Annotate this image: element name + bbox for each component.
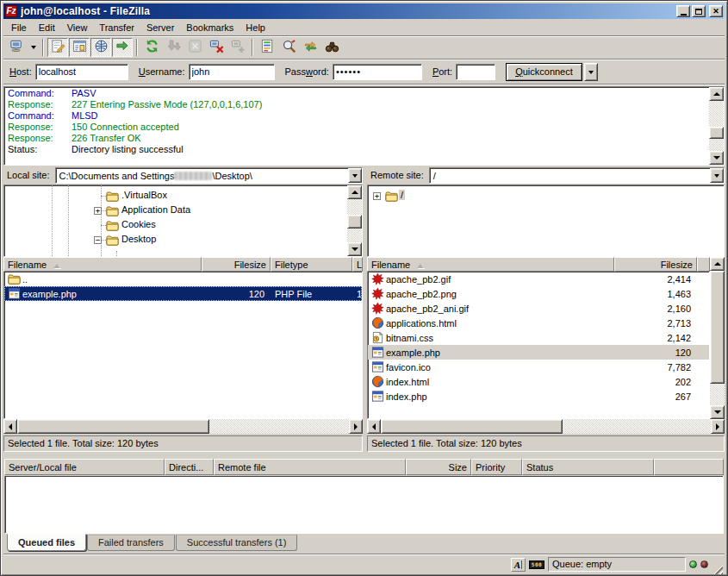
refresh-button[interactable] (141, 38, 162, 57)
quickconnect-button[interactable]: Quickconnect (506, 63, 582, 81)
column-header-priority[interactable]: Priority (471, 459, 522, 475)
host-input[interactable] (35, 64, 128, 80)
toggle-local-tree-button[interactable] (69, 38, 90, 57)
scroll-left-button[interactable] (3, 419, 17, 434)
column-header-filetype[interactable]: Filetype (271, 257, 352, 272)
quickconnect-dropdown[interactable] (584, 63, 598, 81)
column-header-[interactable] (654, 459, 724, 475)
file-row-apache-pb2-png[interactable]: apache_pb2.png1,463 (368, 286, 709, 301)
local-site-combo[interactable]: C:\Documents and Settings\Desktop\ (55, 167, 363, 184)
tree-item-root[interactable]: +/ (368, 189, 724, 203)
scroll-up-button[interactable] (710, 257, 725, 271)
tab-failed-transfers[interactable]: Failed transfers (87, 535, 175, 551)
maximize-button[interactable] (692, 5, 706, 17)
column-header-directi-[interactable]: Directi... (165, 459, 214, 475)
tree-item--virtualbox[interactable]: .VirtualBox (4, 189, 347, 203)
scroll-up-button[interactable] (347, 185, 362, 199)
scroll-thumb[interactable] (381, 419, 563, 434)
site-manager-button[interactable] (6, 38, 27, 57)
menu-help[interactable]: Help (240, 21, 271, 34)
scroll-up-button[interactable] (709, 87, 724, 101)
local-tree-scrollbar[interactable] (347, 185, 362, 256)
tab-queued-files[interactable]: Queued files (7, 534, 86, 551)
find-files-button[interactable] (321, 38, 342, 57)
port-input[interactable] (456, 64, 495, 80)
scroll-thumb[interactable] (710, 271, 725, 384)
column-header-l[interactable]: L (352, 257, 363, 272)
minimize-button[interactable] (676, 5, 690, 17)
synchronized-browsing-button[interactable] (300, 38, 320, 57)
scroll-down-button[interactable] (710, 405, 725, 419)
tree-line (116, 251, 117, 256)
local-list-hscrollbar[interactable] (3, 419, 363, 434)
column-header-[interactable] (697, 257, 710, 272)
local-site-dropdown[interactable] (348, 168, 362, 183)
menu-file[interactable]: File (5, 21, 33, 34)
filter-button[interactable] (257, 38, 277, 57)
site-manager-dropdown[interactable] (28, 38, 39, 57)
tab-successful-transfers-1-[interactable]: Successful transfers (1) (176, 535, 298, 551)
titlebar[interactable]: Fz john@localhost - FileZilla ✕ (3, 3, 725, 19)
scroll-down-button[interactable] (347, 242, 362, 256)
tree-item-cookies[interactable]: Cookies (4, 218, 347, 233)
file-row-index-html[interactable]: index.html202 (368, 374, 709, 389)
username-input[interactable] (189, 64, 275, 80)
file-row-favicon-ico[interactable]: favicon.ico7,782 (368, 360, 709, 374)
resize-grip[interactable] (712, 563, 723, 574)
file-row-index-php[interactable]: index.php267 (368, 389, 709, 404)
menu-bookmarks[interactable]: Bookmarks (180, 21, 240, 34)
scroll-thumb[interactable] (17, 419, 209, 434)
expand-icon[interactable]: + (94, 207, 102, 215)
scroll-left-button[interactable] (367, 419, 381, 434)
password-input[interactable] (333, 64, 422, 80)
column-header-filesize[interactable]: Filesize (614, 257, 697, 272)
column-header-server-local-file[interactable]: Server/Local file (4, 459, 165, 475)
tree-item-application-data[interactable]: +Application Data (4, 203, 347, 218)
scroll-down-button[interactable] (709, 151, 724, 165)
toggle-remote-tree-button[interactable] (90, 38, 111, 57)
remote-site-dropdown[interactable] (710, 168, 724, 183)
menu-view[interactable]: View (61, 21, 94, 34)
column-header-status[interactable]: Status (522, 459, 654, 475)
toggle-log-button[interactable] (47, 38, 68, 57)
column-header-filesize[interactable]: Filesize (202, 257, 271, 272)
log-line-label: Command: (8, 88, 72, 99)
file-cell: 1,463 (615, 289, 698, 299)
file-row-example-php[interactable]: example.php120 (368, 345, 709, 360)
html-file-icon (371, 316, 384, 329)
speed-limit-icon[interactable]: 500 (529, 560, 544, 569)
column-header-remote-file[interactable]: Remote file (214, 459, 406, 475)
directory-comparison-button[interactable] (278, 38, 299, 57)
expand-icon[interactable]: + (373, 192, 381, 200)
scroll-thumb[interactable] (709, 127, 724, 139)
arrow-up-icon (714, 259, 721, 266)
scroll-right-button[interactable] (349, 419, 363, 434)
file-row--[interactable]: .. (4, 272, 362, 286)
collapse-icon[interactable]: − (94, 236, 102, 244)
scroll-right-button[interactable] (711, 419, 725, 434)
transfer-queue-body[interactable] (4, 476, 724, 534)
message-log-scrollbar[interactable] (709, 87, 724, 165)
file-row-applications-html[interactable]: applications.html2,713 (368, 316, 709, 330)
file-row-apache-pb2-ani-gif[interactable]: apache_pb2_ani.gif2,160 (368, 301, 709, 316)
file-row-example-php[interactable]: example.php120PHP File1 (4, 286, 362, 301)
toggle-queue-button[interactable] (112, 38, 133, 57)
file-row-bitnami-css[interactable]: bitnami.css2,142 (368, 330, 709, 345)
scroll-thumb[interactable] (347, 215, 362, 229)
menu-edit[interactable]: Edit (33, 21, 61, 34)
disconnect-button[interactable] (206, 38, 227, 57)
close-button[interactable]: ✕ (709, 5, 723, 17)
column-header-size[interactable]: Size (406, 459, 471, 475)
column-header-filename[interactable]: Filename (367, 257, 614, 272)
log-line-label: Command: (8, 110, 72, 122)
remote-site-combo[interactable]: / (429, 167, 725, 184)
menu-transfer[interactable]: Transfer (93, 21, 140, 34)
tree-item-desktop[interactable]: −Desktop (4, 233, 347, 247)
data-type-ascii-icon[interactable]: A (511, 558, 526, 572)
menu-server[interactable]: Server (140, 21, 180, 34)
remote-list-hscrollbar[interactable] (367, 419, 725, 434)
column-header-filename[interactable]: Filename (3, 257, 202, 272)
activity-led-red (700, 560, 708, 568)
file-row-apache-pb2-gif[interactable]: apache_pb2.gif2,414 (368, 272, 709, 286)
remote-list-vscrollbar[interactable] (710, 257, 725, 419)
